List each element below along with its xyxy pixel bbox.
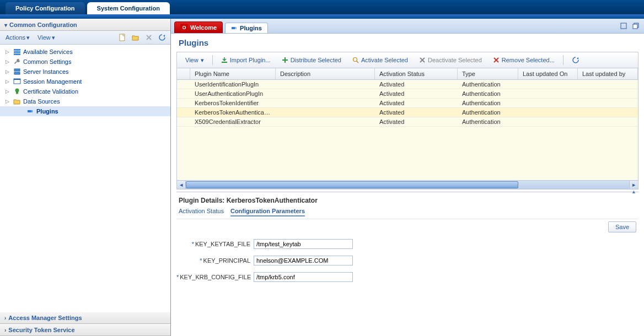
tree-expander-icon[interactable]: ▷	[6, 59, 11, 64]
chevron-down-icon: ▾	[26, 34, 30, 41]
sidebar-item-common-settings[interactable]: ▷Common Settings	[0, 57, 170, 67]
deactivate-selected-label: Deactivate Selected	[428, 57, 482, 63]
table-row[interactable]: KerberosTokenAuthenticatorActivatedAuthe…	[177, 108, 638, 117]
tab-plugins[interactable]: Plugins	[225, 23, 268, 33]
import-plugin-button[interactable]: Import Plugin...	[216, 55, 276, 66]
maximize-icon[interactable]	[619, 21, 629, 31]
config-field-input[interactable]	[254, 239, 353, 249]
svg-rect-5	[14, 51, 20, 53]
plugin-details-tabs: Activation Status Configuration Paramete…	[176, 205, 638, 219]
tree-expander-icon[interactable]: ▷	[6, 89, 11, 94]
config-field-label: *KEY_KRB_CONFIG_FILE	[176, 274, 254, 280]
grid-header-last-updated-on[interactable]: Last updated On	[518, 68, 578, 79]
grid-header-last-updated-by[interactable]: Last updated by	[578, 68, 638, 79]
sidebar-view-menu[interactable]: View ▾	[35, 33, 57, 42]
table-cell	[518, 99, 578, 107]
scroll-right-arrow-icon[interactable]: ▸	[629, 181, 638, 189]
sidebar-panel-common-configuration[interactable]: ▾ Common Configuration	[0, 19, 170, 31]
tree-expander-icon[interactable]: ▷	[6, 69, 11, 74]
table-row[interactable]: UserIdentificationPlugInActivatedAuthent…	[177, 80, 638, 89]
table-cell: Authentication	[458, 89, 518, 98]
table-cell	[578, 89, 638, 98]
restore-icon[interactable]	[631, 21, 641, 31]
sidebar-item-certificate-validation[interactable]: ▷Certificate Validation	[0, 86, 170, 96]
delete-icon[interactable]	[144, 32, 154, 42]
grid-header-description[interactable]: Description	[276, 68, 375, 79]
detail-tab-activation-status[interactable]: Activation Status	[179, 207, 224, 216]
tab-welcome[interactable]: O Welcome	[174, 21, 223, 33]
table-cell	[177, 99, 190, 107]
grid-header-activation-status[interactable]: Activation Status	[375, 68, 458, 79]
sidebar-actions-menu[interactable]: Actions ▾	[3, 33, 32, 42]
deactivate-selected-button[interactable]: Deactivate Selected	[414, 55, 487, 66]
sidebar-panel-access-manager[interactable]: › Access Manager Settings	[0, 312, 170, 324]
table-cell	[578, 117, 638, 126]
detail-tab-configuration-parameters[interactable]: Configuration Parameters	[230, 207, 305, 216]
svg-rect-0	[120, 34, 125, 41]
plugins-grid: View ▾ Import Plugin... Distribute Selec…	[176, 52, 638, 189]
remove-selected-label: Remove Selected...	[502, 57, 555, 63]
table-row[interactable]: UserAuthenticationPlugInActivatedAuthent…	[177, 89, 638, 99]
services-icon	[13, 48, 21, 56]
scroll-left-arrow-icon[interactable]: ◂	[177, 181, 186, 189]
open-folder-icon[interactable]	[131, 32, 141, 42]
tab-plugins-label: Plugins	[240, 25, 262, 31]
config-field-label-text: KEY_KRB_CONFIG_FILE	[180, 274, 251, 280]
grid-view-menu[interactable]: View ▾	[180, 55, 209, 66]
sidebar-panel-title: Security Token Service	[8, 327, 74, 333]
tree-expander-icon[interactable]: ▷	[6, 99, 11, 104]
sidebar-item-plugins[interactable]: Plugins	[0, 106, 170, 116]
grid-horizontal-scrollbar[interactable]: ◂ ▸	[177, 180, 638, 189]
plugin-icon	[26, 107, 34, 115]
activate-selected-label: Activate Selected	[361, 57, 408, 63]
chevron-right-icon: ›	[4, 327, 6, 333]
table-cell: KerberosTokenAuthenticator	[190, 108, 276, 117]
chevron-down-icon: ▾	[4, 22, 7, 28]
sidebar-item-label: Plugins	[36, 108, 58, 115]
folder-icon	[13, 97, 21, 105]
svg-rect-9	[14, 72, 20, 74]
grid-header-row: Plugin Name Description Activation Statu…	[177, 68, 638, 80]
tree-expander-icon[interactable]: ▷	[6, 79, 11, 84]
grid-body: UserIdentificationPlugInActivatedAuthent…	[177, 80, 638, 180]
table-row[interactable]: KerberosTokenIdentifierActivatedAuthenti…	[177, 99, 638, 108]
session-icon	[13, 78, 21, 85]
save-button[interactable]: Save	[608, 221, 636, 232]
sidebar-item-label: Data Sources	[23, 98, 60, 105]
config-field-input[interactable]	[254, 256, 353, 265]
scroll-thumb[interactable]	[186, 181, 518, 188]
remove-selected-button[interactable]: Remove Selected...	[488, 55, 560, 66]
sidebar-panel-security-token[interactable]: › Security Token Service	[0, 324, 170, 336]
tab-policy-configuration[interactable]: Policy Configuration	[6, 2, 85, 14]
oracle-logo-icon: O	[180, 24, 188, 31]
table-cell: Authentication	[458, 80, 518, 89]
toolbar-separator	[212, 55, 213, 65]
cert-icon	[13, 88, 21, 95]
grid-header-plugin-name[interactable]: Plugin Name	[190, 68, 276, 79]
sidebar-panel-title: Access Manager Settings	[8, 315, 82, 321]
grid-header-type[interactable]: Type	[458, 68, 518, 79]
new-icon[interactable]	[117, 32, 127, 42]
svg-marker-31	[577, 57, 578, 59]
table-row[interactable]: X509CredentialExtractorActivatedAuthenti…	[177, 117, 638, 127]
sidebar-item-available-services[interactable]: ▷Available Services	[0, 47, 170, 57]
content-area: O Welcome Plugins Plugins	[171, 19, 644, 336]
refresh-icon[interactable]	[157, 32, 167, 42]
plugin-details-title-prefix: Plugin Details:	[179, 197, 227, 204]
tree-expander-icon[interactable]: ▷	[6, 49, 11, 55]
activate-selected-button[interactable]: Activate Selected	[347, 55, 413, 66]
sidebar-item-data-sources[interactable]: ▷Data Sources	[0, 96, 170, 106]
svg-rect-13	[28, 110, 31, 112]
scroll-track[interactable]	[186, 181, 629, 189]
resize-grip-icon[interactable]: ▲	[631, 189, 635, 194]
config-field-input[interactable]	[254, 272, 353, 282]
chevron-down-icon: ▾	[52, 34, 55, 41]
grid-refresh-button[interactable]	[567, 54, 584, 66]
table-cell	[518, 117, 578, 126]
distribute-selected-button[interactable]: Distribute Selected	[277, 55, 346, 66]
svg-line-26	[357, 61, 358, 63]
sidebar-item-server-instances[interactable]: ▷Server Instances	[0, 67, 170, 77]
tab-system-configuration[interactable]: System Configuration	[87, 2, 170, 14]
config-field-label-text: KEY_KEYTAB_FILE	[195, 241, 250, 247]
sidebar-item-session-management[interactable]: ▷Session Management	[0, 77, 170, 86]
